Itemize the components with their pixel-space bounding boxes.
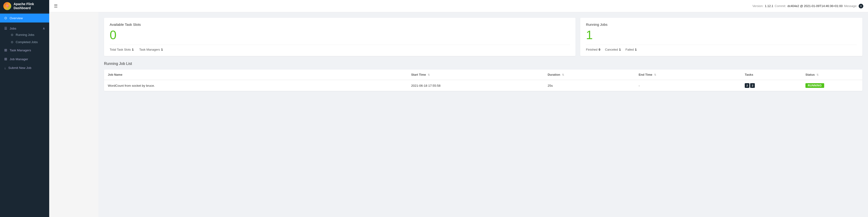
cell-status: RUNNING — [802, 80, 862, 91]
canceled-stat: Canceled 1 — [605, 48, 621, 51]
sort-status-icon: ⇅ — [816, 73, 818, 76]
job-manager-icon: ⊞ — [4, 57, 7, 61]
sidebar-nav: ⊙ Overview ☰ Jobs ∧ ⊙ Running Jobs ⊙ Com… — [0, 12, 49, 217]
canceled-label: Canceled — [605, 48, 618, 51]
task-slots-title: Available Task Slots — [110, 23, 570, 27]
sidebar-item-job-manager[interactable]: ⊞ Job Manager — [0, 55, 49, 63]
finished-label: Finished — [586, 48, 597, 51]
sort-duration-icon: ⇅ — [562, 73, 564, 76]
commit-value: dc404e2 @ 2021-01-09T14:46:36+01:00 — [787, 4, 842, 8]
message-badge[interactable]: 0 — [859, 4, 863, 8]
col-status-label: Status — [805, 73, 815, 76]
col-header-start-time[interactable]: Start Time ⇅ — [407, 70, 544, 80]
running-job-list-section: Running Job List Job Name Start Time ⇅ D… — [104, 62, 862, 91]
sidebar-submit-label: Submit New Job — [8, 66, 31, 70]
app-logo: 🦩 — [3, 2, 11, 10]
col-header-duration[interactable]: Duration ⇅ — [544, 70, 635, 80]
task-slots-stats: Total Task Slots 1 Task Managers 1 — [110, 45, 570, 51]
cell-end-time: - — [635, 80, 741, 91]
app-title: Apache Flink Dashboard — [13, 2, 46, 10]
completed-jobs-icon: ⊙ — [11, 40, 13, 44]
table-row[interactable]: WordCount from socket by bruce. 2021-06-… — [104, 80, 862, 91]
sort-start-time-icon: ⇅ — [428, 73, 430, 76]
task-slots-value: 0 — [110, 29, 570, 41]
sidebar-completed-jobs-label: Completed Jobs — [16, 40, 38, 44]
overview-icon: ⊙ — [4, 16, 7, 20]
col-header-end-time[interactable]: End Time ⇅ — [635, 70, 741, 80]
sort-end-time-icon: ⇅ — [654, 73, 656, 76]
col-end-time-label: End Time — [639, 73, 652, 76]
task-slots-card: Available Task Slots 0 Total Task Slots … — [104, 18, 576, 56]
message-count: 0 — [860, 5, 862, 7]
menu-icon[interactable]: ☰ — [54, 3, 58, 9]
col-start-time-label: Start Time — [411, 73, 426, 76]
task-managers-label: Task Managers — [139, 48, 160, 51]
summary-cards: Available Task Slots 0 Total Task Slots … — [104, 18, 862, 56]
jobs-table-body: WordCount from socket by bruce. 2021-06-… — [104, 80, 862, 91]
sidebar-item-submit-job[interactable]: ↓ Submit New Job — [0, 63, 49, 72]
failed-stat: Failed 1 — [625, 48, 637, 51]
chevron-up-icon: ∧ — [43, 27, 45, 30]
col-header-tasks: Tasks — [741, 70, 802, 80]
sidebar-overview-label: Overview — [10, 17, 23, 20]
section-title: Running Job List — [104, 62, 862, 66]
commit-label: Commit: — [775, 4, 786, 8]
total-task-slots-value: 1 — [132, 48, 133, 51]
jobs-icon: ☰ — [4, 27, 7, 30]
running-jobs-icon: ⊙ — [11, 33, 13, 36]
failed-label: Failed — [625, 48, 634, 51]
message-label: Message: — [844, 4, 857, 8]
sidebar-item-completed-jobs[interactable]: ⊙ Completed Jobs — [4, 38, 45, 46]
main-content: Available Task Slots 0 Total Task Slots … — [98, 12, 868, 217]
topbar: ☰ Version: 1.12.1 Commit: dc404e2 @ 2021… — [49, 0, 868, 12]
submit-icon: ↓ — [4, 66, 6, 70]
canceled-value: 1 — [619, 48, 621, 51]
sidebar-item-overview[interactable]: ⊙ Overview — [0, 13, 49, 23]
status-badge: RUNNING — [805, 83, 824, 88]
col-tasks-label: Tasks — [745, 73, 753, 76]
table-header-row: Job Name Start Time ⇅ Duration ⇅ End Tim… — [104, 70, 862, 80]
running-jobs-stats: Finished 0 Canceled 1 Failed 1 — [586, 45, 857, 51]
version-value: 1.12.1 — [765, 4, 773, 8]
topbar-info: Version: 1.12.1 Commit: dc404e2 @ 2021-0… — [752, 4, 863, 8]
sidebar-item-task-managers[interactable]: ⊞ Task Managers — [0, 46, 49, 55]
version-label: Version: — [752, 4, 764, 8]
task-managers-icon: ⊞ — [4, 48, 7, 52]
task-managers-value: 1 — [161, 48, 163, 51]
sidebar-job-manager-label: Job Manager — [10, 57, 28, 61]
sidebar-header: 🦩 Apache Flink Dashboard — [0, 0, 49, 12]
jobs-table: Job Name Start Time ⇅ Duration ⇅ End Tim… — [104, 70, 862, 91]
finished-value: 0 — [599, 48, 600, 51]
sidebar-running-jobs-label: Running Jobs — [16, 33, 34, 36]
task-badge-total: 2 — [745, 83, 749, 88]
cell-job-name: WordCount from socket by bruce. — [104, 80, 407, 91]
task-managers-stat: Task Managers 1 — [139, 48, 163, 51]
col-header-status[interactable]: Status ⇅ — [802, 70, 862, 80]
cell-start-time: 2021-06-18 17:55:58 — [407, 80, 544, 91]
running-jobs-value: 1 — [586, 29, 857, 41]
failed-value: 1 — [635, 48, 637, 51]
running-jobs-card: Running Jobs 1 Finished 0 Canceled 1 Fai… — [580, 18, 862, 56]
sidebar-jobs-header[interactable]: ☰ Jobs ∧ — [4, 24, 45, 31]
cell-duration: 25s — [544, 80, 635, 91]
total-task-slots-label: Total Task Slots — [110, 48, 131, 51]
sidebar-section-jobs: ☰ Jobs ∧ ⊙ Running Jobs ⊙ Completed Jobs — [0, 23, 49, 46]
sidebar-task-managers-label: Task Managers — [10, 49, 31, 52]
sidebar-item-running-jobs[interactable]: ⊙ Running Jobs — [4, 31, 45, 38]
sidebar-jobs-label: Jobs — [10, 27, 17, 30]
total-task-slots-stat: Total Task Slots 1 — [110, 48, 133, 51]
cell-tasks: 2 2 — [741, 80, 802, 91]
col-job-name-label: Job Name — [108, 73, 122, 76]
running-jobs-title: Running Jobs — [586, 23, 857, 27]
finished-stat: Finished 0 — [586, 48, 600, 51]
col-duration-label: Duration — [548, 73, 560, 76]
col-header-job-name[interactable]: Job Name — [104, 70, 407, 80]
sidebar: 🦩 Apache Flink Dashboard ⊙ Overview ☰ Jo… — [0, 0, 49, 217]
jobs-table-card: Job Name Start Time ⇅ Duration ⇅ End Tim… — [104, 70, 862, 91]
task-badge-running: 2 — [750, 83, 755, 88]
